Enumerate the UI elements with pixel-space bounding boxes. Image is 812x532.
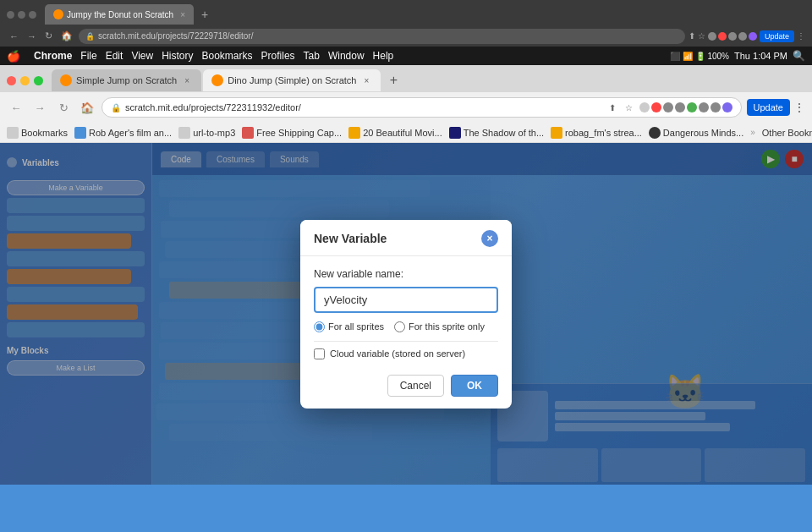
tab-simple-jump[interactable]: Simple Jump on Scratch × (52, 69, 201, 91)
cloud-variable-group: Cloud variable (stored on server) (314, 348, 498, 359)
traffic-lights (7, 76, 43, 85)
traffic-light-red[interactable] (7, 76, 16, 85)
tab-label-2: Dino Jump (Simple) on Scratch (228, 75, 356, 85)
menu-history[interactable]: History (162, 50, 193, 62)
menu-tab[interactable]: Tab (304, 50, 320, 62)
modal-footer: Cancel OK (314, 371, 498, 397)
bg-browser-window: Jumpy the Donut on Scratch × + ← → ↻ 🏠 🔒… (0, 0, 812, 47)
menu-profiles[interactable]: Profiles (261, 50, 295, 62)
variable-name-label: New variable name: (314, 268, 498, 280)
ok-btn[interactable]: OK (451, 375, 498, 397)
menu-window[interactable]: Window (328, 50, 365, 62)
bg-new-tab-btn[interactable]: + (195, 5, 214, 24)
bookmark-folder[interactable]: Bookmarks (7, 127, 68, 139)
bookmark-icon-dangerous (649, 127, 661, 139)
lock-icon: 🔒 (111, 103, 121, 112)
reload-btn[interactable]: ↻ (54, 98, 73, 117)
traffic-light-yellow[interactable] (20, 76, 30, 85)
bg-right-controls: ⬆ ☆ Update ⋮ (689, 30, 805, 42)
radio-all-sprites[interactable]: For all sprites (314, 321, 384, 332)
modal-close-btn[interactable]: × (481, 230, 498, 247)
menu-edit[interactable]: Edit (106, 50, 123, 62)
menubar-right: ⬛ 📶 🔋 100% Thu 1:04 PM 🔍 (670, 50, 805, 62)
tab-favicon-1 (60, 74, 72, 86)
url-text: scratch.mit.edu/projects/722311932/edito… (125, 102, 601, 112)
bookmark-url-mp3[interactable]: url-to-mp3 (178, 127, 235, 139)
bookmark-label-mp3: url-to-mp3 (193, 128, 235, 138)
bookmark-shipping[interactable]: Free Shipping Cap... (242, 127, 342, 139)
tab-close-2[interactable]: × (360, 74, 372, 86)
bookmark-folder-icon (7, 127, 19, 139)
cloud-variable-checkbox[interactable] (314, 348, 325, 359)
menu-help[interactable]: Help (373, 50, 394, 62)
bookmark-rob[interactable]: Rob Ager's film an... (74, 127, 172, 139)
traffic-light-green[interactable] (34, 76, 43, 85)
bookmark-label-dangerous: Dangerous Minds... (663, 128, 743, 138)
bg-lock-icon: 🔒 (85, 32, 95, 41)
bg-home-btn[interactable]: 🏠 (58, 30, 75, 41)
variable-name-input[interactable] (314, 287, 498, 313)
bookmark-label-shipping: Free Shipping Cap... (256, 128, 342, 138)
menubar-time: Thu 1:04 PM (734, 51, 787, 61)
radio-this-sprite-label: For this sprite only (409, 321, 485, 332)
bg-update-btn[interactable]: Update (760, 30, 794, 42)
home-btn[interactable]: 🏠 (78, 98, 96, 117)
scratch-app: Variables Make a Variable My Blocks Make… (0, 143, 812, 485)
bookmark-icon-mp3 (178, 127, 190, 139)
bg-tab-close[interactable]: × (180, 10, 185, 19)
bg-tab-label: Jumpy the Donut on Scratch (67, 10, 173, 19)
menu-view[interactable]: View (131, 50, 153, 62)
radio-all-sprites-label: For all sprites (328, 321, 384, 332)
back-btn[interactable]: ← (7, 98, 25, 117)
modal-body: New variable name: For all sprites For t… (300, 256, 512, 409)
share-icon[interactable]: ⬆ (606, 101, 619, 114)
radio-this-sprite[interactable]: For this sprite only (394, 321, 485, 332)
menu-bookmarks[interactable]: Bookmarks (202, 50, 253, 62)
address-bar[interactable]: 🔒 scratch.mit.edu/projects/722311932/edi… (102, 97, 742, 118)
bg-address-bar[interactable]: 🔒 scratch.mit.edu/projects/72229718/edit… (79, 29, 685, 44)
mac-menubar: 🍎 Chrome File Edit View History Bookmark… (0, 47, 812, 65)
tab-dino-jump[interactable]: Dino Jump (Simple) on Scratch × (203, 69, 381, 91)
bg-tab-jumpy[interactable]: Jumpy the Donut on Scratch × (45, 4, 194, 25)
bookmarks-bar: Bookmarks Rob Ager's film an... url-to-m… (0, 123, 812, 143)
bookmark-dangerous[interactable]: Dangerous Minds... (649, 127, 743, 139)
address-bar-row: ← → ↻ 🏠 🔒 scratch.mit.edu/projects/72231… (0, 92, 812, 123)
menu-file[interactable]: File (80, 50, 96, 62)
bookmark-robag[interactable]: robag_fm's strea... (551, 127, 642, 139)
bookmark-icon-beautiful (348, 127, 360, 139)
browser-right-icons: Update ⋮ (747, 99, 805, 116)
bookmark-beautiful[interactable]: 20 Beautiful Movi... (348, 127, 442, 139)
star-icon[interactable]: ☆ (623, 101, 636, 114)
menubar-icons: ⬛ 📶 🔋 100% (670, 52, 729, 61)
modal-header: New Variable × (300, 220, 512, 256)
bookmark-icon-rob (74, 127, 86, 139)
bookmark-label-other: Other Bookmarks (762, 128, 812, 138)
update-btn[interactable]: Update (747, 99, 790, 116)
bg-menu-icon[interactable]: ⋮ (797, 31, 805, 41)
bg-bookmark-icon[interactable]: ☆ (698, 31, 705, 41)
bookmark-label-bookmarks: Bookmarks (21, 128, 68, 138)
bookmark-other[interactable]: Other Bookmarks (762, 128, 812, 138)
bookmark-shadow[interactable]: The Shadow of th... (449, 127, 544, 139)
bg-reload-btn[interactable]: ↻ (42, 30, 55, 41)
browser-menu-icon[interactable]: ⋮ (793, 101, 805, 114)
bookmark-icon-shadow (449, 127, 461, 139)
modal-title: New Variable (314, 232, 387, 245)
new-tab-btn[interactable]: + (382, 69, 404, 91)
modal-divider (314, 341, 498, 342)
radio-all-sprites-input[interactable] (314, 321, 325, 332)
menubar-search-icon[interactable]: 🔍 (793, 50, 805, 62)
bg-back-btn[interactable]: ← (7, 31, 21, 41)
bg-address-row: ← → ↻ 🏠 🔒 scratch.mit.edu/projects/72229… (0, 25, 812, 47)
tab-close-1[interactable]: × (181, 74, 193, 86)
cancel-btn[interactable]: Cancel (387, 375, 444, 397)
bg-share-icon[interactable]: ⬆ (689, 31, 695, 41)
bookmark-label-beautiful: 20 Beautiful Movi... (363, 128, 442, 138)
bookmark-label-shadow: The Shadow of th... (464, 128, 544, 138)
bg-forward-btn[interactable]: → (25, 31, 39, 41)
forward-btn[interactable]: → (30, 98, 49, 117)
radio-this-sprite-input[interactable] (394, 321, 405, 332)
menu-items: Chrome File Edit View History Bookmarks … (34, 50, 393, 62)
tab-label-1: Simple Jump on Scratch (76, 75, 177, 85)
menu-chrome[interactable]: Chrome (34, 50, 72, 62)
